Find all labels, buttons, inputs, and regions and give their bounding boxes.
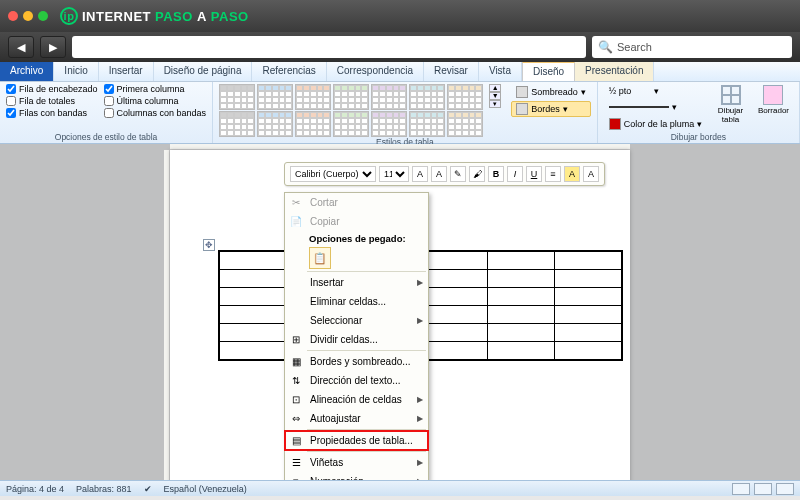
- ctx-bullets[interactable]: ☰Viñetas▶: [285, 453, 428, 472]
- tab-table-design[interactable]: Diseño: [522, 62, 575, 81]
- tab-references[interactable]: Referencias: [252, 62, 326, 81]
- ctx-select[interactable]: Seleccionar▶: [285, 311, 428, 330]
- borders-icon: [516, 103, 528, 115]
- forward-button[interactable]: ▶: [40, 36, 66, 58]
- draw-table-button[interactable]: Dibujar tabla: [713, 84, 748, 125]
- ribbon-tabs: Archivo Inicio Insertar Diseño de página…: [0, 62, 800, 82]
- ctx-paste-option[interactable]: 📋: [309, 247, 331, 269]
- italic-icon[interactable]: I: [507, 166, 523, 182]
- view-web-icon[interactable]: [776, 483, 794, 495]
- logo-text-d: PASO: [211, 9, 249, 24]
- chk-total-row[interactable]: Fila de totales: [6, 96, 98, 106]
- chk-last-col[interactable]: Última columna: [104, 96, 207, 106]
- shrink-font-icon[interactable]: A: [431, 166, 447, 182]
- chk-header-row[interactable]: Fila de encabezado: [6, 84, 98, 94]
- copy-icon: 📄: [287, 214, 305, 230]
- ribbon: Fila de encabezado Fila de totales Filas…: [0, 82, 800, 144]
- borders-button[interactable]: Bordes ▾: [511, 101, 591, 117]
- format-painter-icon[interactable]: 🖌: [469, 166, 485, 182]
- style-gallery[interactable]: [219, 84, 483, 137]
- ctx-table-properties[interactable]: ▤Propiedades de tabla...: [285, 431, 428, 450]
- bucket-icon: [516, 86, 528, 98]
- chk-banded-rows[interactable]: Filas con bandas: [6, 108, 98, 118]
- underline-icon[interactable]: U: [526, 166, 542, 182]
- eraser-button[interactable]: Borrador: [754, 84, 793, 116]
- status-words[interactable]: Palabras: 881: [76, 484, 132, 494]
- status-page[interactable]: Página: 4 de 4: [6, 484, 64, 494]
- word-window: Archivo Inicio Insertar Diseño de página…: [0, 62, 800, 496]
- properties-icon: ▤: [287, 433, 305, 449]
- tab-review[interactable]: Revisar: [424, 62, 479, 81]
- pen-color-button[interactable]: Color de la pluma ▾: [604, 116, 708, 132]
- browser-nav-bar: ◀ ▶ 🔍 Search: [0, 32, 800, 62]
- ctx-cut[interactable]: ✂Cortar: [285, 193, 428, 212]
- logo-icon: ip: [60, 7, 78, 25]
- site-logo: ip INTERNET PASO A PASO: [60, 7, 249, 25]
- ctx-paste-header: Opciones de pegado:: [285, 231, 428, 246]
- font-select[interactable]: Calibri (Cuerpo): [290, 166, 376, 182]
- document-area: ✥ Calibri (Cuerpo) 11 A A ✎ 🖌 B I U ≡ A: [0, 144, 800, 496]
- table-move-handle[interactable]: ✥: [203, 239, 215, 251]
- search-placeholder: Search: [617, 41, 652, 53]
- tab-view[interactable]: Vista: [479, 62, 522, 81]
- ctx-autofit[interactable]: ⇔Autoajustar▶: [285, 409, 428, 428]
- bullets-icon: ☰: [287, 455, 305, 471]
- line-icon: [609, 106, 669, 108]
- chevron-right-icon: ▶: [417, 458, 423, 467]
- view-print-layout-icon[interactable]: [732, 483, 750, 495]
- chk-banded-cols[interactable]: Columnas con bandas: [104, 108, 207, 118]
- tab-file[interactable]: Archivo: [0, 62, 54, 81]
- url-input[interactable]: [72, 36, 586, 58]
- shading-button[interactable]: Sombreado ▾: [511, 84, 591, 100]
- chevron-right-icon: ▶: [417, 395, 423, 404]
- view-reading-icon[interactable]: [754, 483, 772, 495]
- direction-icon: ⇅: [287, 373, 305, 389]
- logo-text-c: A: [197, 9, 207, 24]
- search-input[interactable]: 🔍 Search: [592, 36, 792, 58]
- pen-style-select[interactable]: ▾: [604, 100, 708, 114]
- font-color-icon[interactable]: A: [583, 166, 599, 182]
- group-table-styles: ▲▼▾ Sombreado ▾ Bordes ▾ Estilos de tabl…: [213, 82, 598, 143]
- ctx-copy[interactable]: 📄Copiar: [285, 212, 428, 231]
- ctx-insert[interactable]: Insertar▶: [285, 273, 428, 292]
- font-size-select[interactable]: 11: [379, 166, 409, 182]
- tab-page-layout[interactable]: Diseño de página: [154, 62, 253, 81]
- pen-icon: [609, 118, 621, 130]
- status-proof-icon[interactable]: ✔: [144, 484, 152, 494]
- tab-mailings[interactable]: Correspondencia: [327, 62, 424, 81]
- grow-font-icon[interactable]: A: [412, 166, 428, 182]
- styles-icon[interactable]: ✎: [450, 166, 466, 182]
- window-controls[interactable]: [8, 11, 48, 21]
- group-style-options: Fila de encabezado Fila de totales Filas…: [0, 82, 213, 143]
- status-language[interactable]: Español (Venezuela): [164, 484, 247, 494]
- logo-text-a: INTERNET: [82, 9, 151, 24]
- scissors-icon: ✂: [287, 195, 305, 211]
- chk-first-col[interactable]: Primera columna: [104, 84, 207, 94]
- split-icon: ⊞: [287, 332, 305, 348]
- close-icon[interactable]: [8, 11, 18, 21]
- tab-insert[interactable]: Insertar: [99, 62, 154, 81]
- mini-toolbar: Calibri (Cuerpo) 11 A A ✎ 🖌 B I U ≡ A A: [284, 162, 605, 186]
- logo-text-b: PASO: [155, 9, 193, 24]
- ctx-borders-shading[interactable]: ▦Bordes y sombreado...: [285, 352, 428, 371]
- tab-table-layout[interactable]: Presentación: [575, 62, 654, 81]
- draw-table-icon: [721, 85, 741, 105]
- ctx-delete-cells[interactable]: Eliminar celdas...: [285, 292, 428, 311]
- group-draw-borders: ½ pto ▾ ▾ Color de la pluma ▾ Dibujar ta…: [598, 82, 800, 143]
- maximize-icon[interactable]: [38, 11, 48, 21]
- pen-weight-select[interactable]: ½ pto ▾: [604, 84, 708, 98]
- minimize-icon[interactable]: [23, 11, 33, 21]
- highlight-icon[interactable]: A: [564, 166, 580, 182]
- back-button[interactable]: ◀: [8, 36, 34, 58]
- chevron-right-icon: ▶: [417, 278, 423, 287]
- context-menu: ✂Cortar 📄Copiar Opciones de pegado: 📋 In…: [284, 192, 429, 496]
- ctx-text-direction[interactable]: ⇅Dirección del texto...: [285, 371, 428, 390]
- tab-home[interactable]: Inicio: [54, 62, 98, 81]
- ctx-cell-align[interactable]: ⊡Alineación de celdas▶: [285, 390, 428, 409]
- ctx-split-cells[interactable]: ⊞Dividir celdas...: [285, 330, 428, 349]
- browser-title-bar: ip INTERNET PASO A PASO: [0, 0, 800, 32]
- gallery-scroll[interactable]: ▲▼▾: [489, 84, 501, 108]
- chevron-right-icon: ▶: [417, 316, 423, 325]
- align-icon[interactable]: ≡: [545, 166, 561, 182]
- bold-icon[interactable]: B: [488, 166, 504, 182]
